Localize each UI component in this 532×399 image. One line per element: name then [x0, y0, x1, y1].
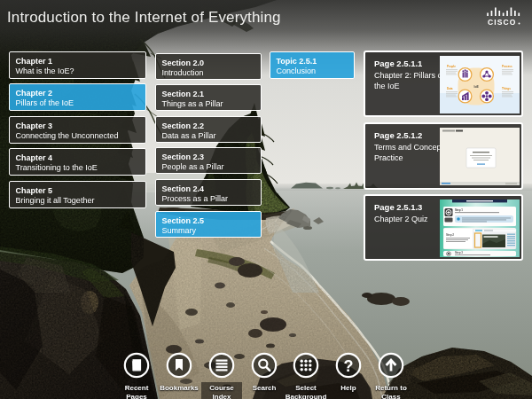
svg-text:Process: Process: [502, 65, 512, 68]
svg-text:Things: Things: [502, 87, 511, 90]
svg-text:Step 1: Step 1: [455, 208, 463, 212]
svg-text:People: People: [447, 65, 456, 68]
svg-text:Data: Data: [447, 87, 453, 90]
svg-text:IoE: IoE: [474, 85, 480, 89]
svg-text:Step 2: Step 2: [446, 233, 454, 237]
svg-text:CISCO: CISCO: [488, 18, 516, 26]
svg-text:Step 3: Step 3: [455, 251, 463, 254]
